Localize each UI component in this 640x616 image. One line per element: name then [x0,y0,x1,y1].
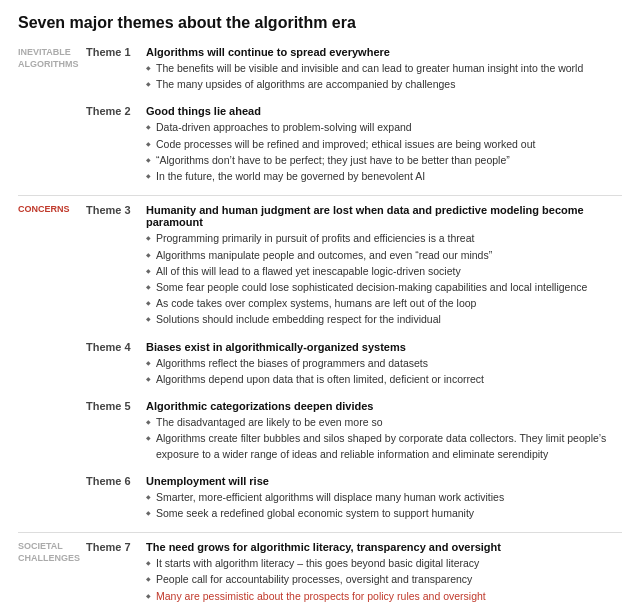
list-item: People call for accountability processes… [146,572,622,587]
bullet-list: The benefits will be visible and invisib… [146,61,622,92]
theme-title: The need grows for algorithmic literacy,… [146,541,622,553]
theme-content-Theme4: Biases exist in algorithmically-organize… [146,339,622,398]
theme-label-Theme3: Theme 3 [86,196,146,339]
section-label-2: SOCIETALCHALLENGES [18,533,86,615]
list-item: The many upsides of algorithms are accom… [146,77,622,92]
list-item: Algorithms manipulate people and outcome… [146,248,622,263]
bullet-list: The disadvantaged are likely to be even … [146,415,622,462]
theme-label-Theme7: Theme 7 [86,533,146,615]
theme-content-Theme7: The need grows for algorithmic literacy,… [146,533,622,615]
theme-content-Theme6: Unemployment will riseSmarter, more-effi… [146,473,622,533]
list-item: Programming primarily in pursuit of prof… [146,231,622,246]
bullet-list: It starts with algorithm literacy – this… [146,556,622,604]
theme-title: Humanity and human judgment are lost whe… [146,204,622,228]
theme-label-Theme4: Theme 4 [86,339,146,398]
list-item: In the future, the world may be governed… [146,169,622,184]
list-item: “Algorithms don’t have to be perfect; th… [146,153,622,168]
theme-title: Biases exist in algorithmically-organize… [146,341,622,353]
theme-label-Theme2: Theme 2 [86,103,146,195]
theme-label-Theme6: Theme 6 [86,473,146,533]
theme-title: Good things lie ahead [146,105,622,117]
list-item: It starts with algorithm literacy – this… [146,556,622,571]
page-container: Seven major themes about the algorithm e… [0,0,640,616]
list-item: The disadvantaged are likely to be even … [146,415,622,430]
list-item: Many are pessimistic about the prospects… [146,589,622,604]
list-item: Some fear people could lose sophisticate… [146,280,622,295]
themes-table: INEVITABLEALGORITHMSTheme 1Algorithms wi… [18,44,622,615]
list-item: Data-driven approaches to problem-solvin… [146,120,622,135]
section-label-0: INEVITABLEALGORITHMS [18,44,86,196]
theme-content-Theme1: Algorithms will continue to spread every… [146,44,622,103]
theme-content-Theme5: Algorithmic categorizations deepen divid… [146,398,622,473]
page-title: Seven major themes about the algorithm e… [18,14,622,32]
list-item: Smarter, more-efficient algorithms will … [146,490,622,505]
theme-content-Theme3: Humanity and human judgment are lost whe… [146,196,622,339]
bullet-list: Smarter, more-efficient algorithms will … [146,490,622,521]
bullet-list: Algorithms reflect the biases of program… [146,356,622,387]
list-item: All of this will lead to a flawed yet in… [146,264,622,279]
list-item: Solutions should include embedding respe… [146,312,622,327]
theme-content-Theme2: Good things lie aheadData-driven approac… [146,103,622,195]
list-item: Algorithms create filter bubbles and sil… [146,431,622,461]
bullet-list: Programming primarily in pursuit of prof… [146,231,622,327]
section-label-1: CONCERNS [18,196,86,533]
theme-title: Algorithmic categorizations deepen divid… [146,400,622,412]
theme-title: Algorithms will continue to spread every… [146,46,622,58]
bullet-list: Data-driven approaches to problem-solvin… [146,120,622,184]
list-item: The benefits will be visible and invisib… [146,61,622,76]
list-item: Algorithms depend upon data that is ofte… [146,372,622,387]
list-item: As code takes over complex systems, huma… [146,296,622,311]
theme-label-Theme1: Theme 1 [86,44,146,103]
theme-title: Unemployment will rise [146,475,622,487]
list-item: Algorithms reflect the biases of program… [146,356,622,371]
list-item: Some seek a redefined global economic sy… [146,506,622,521]
theme-label-Theme5: Theme 5 [86,398,146,473]
list-item: Code processes will be refined and impro… [146,137,622,152]
